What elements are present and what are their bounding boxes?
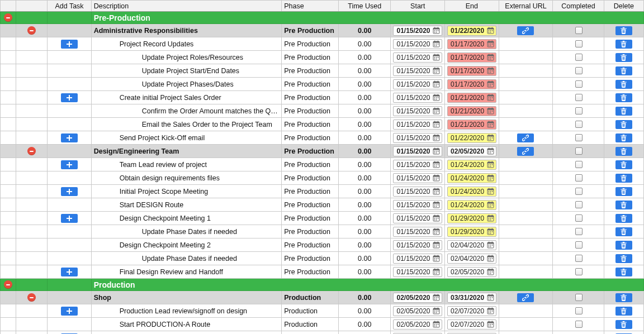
date-input[interactable]: 01/15/2020 xyxy=(393,133,442,143)
add-task-button[interactable] xyxy=(61,93,78,102)
completed-checkbox[interactable] xyxy=(575,214,583,222)
collapse-button[interactable] xyxy=(27,293,36,302)
date-input[interactable]: 02/07/2020 xyxy=(447,319,496,330)
date-input[interactable]: 02/05/2020 xyxy=(393,293,442,303)
completed-checkbox[interactable] xyxy=(575,255,583,262)
add-task-button[interactable] xyxy=(61,133,78,142)
delete-button[interactable] xyxy=(615,201,632,209)
date-input[interactable]: 01/24/2020 xyxy=(447,200,496,210)
delete-button[interactable] xyxy=(615,66,632,75)
collapse-button[interactable] xyxy=(27,26,36,35)
date-input[interactable]: 01/15/2020 xyxy=(393,146,442,156)
delete-button[interactable] xyxy=(615,254,632,263)
delete-button[interactable] xyxy=(615,147,632,156)
delete-button[interactable] xyxy=(615,120,632,129)
date-input[interactable]: 01/15/2020 xyxy=(393,120,442,130)
date-input[interactable]: 01/15/2020 xyxy=(393,213,442,223)
col-start[interactable]: Start xyxy=(391,1,445,12)
date-input[interactable]: 02/07/2020 xyxy=(447,306,496,316)
completed-checkbox[interactable] xyxy=(575,174,583,182)
add-task-button[interactable] xyxy=(61,268,78,276)
date-input[interactable]: 01/15/2020 xyxy=(393,173,442,183)
delete-button[interactable] xyxy=(615,214,632,223)
date-input[interactable]: 02/05/2020 xyxy=(447,267,496,277)
add-task-button[interactable] xyxy=(61,214,78,223)
date-input[interactable]: 01/15/2020 xyxy=(393,66,442,76)
col-end[interactable]: End xyxy=(445,1,499,12)
date-input[interactable]: 02/05/2020 xyxy=(393,319,442,330)
date-input[interactable]: 01/29/2020 xyxy=(447,213,496,223)
completed-checkbox[interactable] xyxy=(575,294,583,301)
date-input[interactable]: 02/05/2020 xyxy=(447,146,496,156)
delete-button[interactable] xyxy=(615,187,632,196)
completed-checkbox[interactable] xyxy=(575,161,583,168)
completed-checkbox[interactable] xyxy=(575,94,583,101)
date-input[interactable]: 01/15/2020 xyxy=(393,26,442,36)
date-input[interactable]: 01/24/2020 xyxy=(447,160,496,170)
delete-button[interactable] xyxy=(615,307,632,316)
date-input[interactable]: 01/17/2020 xyxy=(447,66,496,76)
date-input[interactable]: 01/15/2020 xyxy=(393,187,442,197)
external-url-button[interactable] xyxy=(517,147,534,156)
col-completed[interactable]: Completed xyxy=(553,1,604,12)
date-input[interactable]: 01/24/2020 xyxy=(447,187,496,197)
completed-checkbox[interactable] xyxy=(575,134,583,141)
add-task-button[interactable] xyxy=(61,187,78,196)
delete-button[interactable] xyxy=(615,107,632,116)
delete-button[interactable] xyxy=(615,133,632,142)
date-input[interactable]: 01/21/2020 xyxy=(447,93,496,103)
completed-checkbox[interactable] xyxy=(575,307,583,314)
date-input[interactable]: 01/17/2020 xyxy=(447,39,496,49)
delete-button[interactable] xyxy=(615,293,632,302)
external-url-button[interactable] xyxy=(517,133,534,142)
add-task-button[interactable] xyxy=(61,160,78,169)
date-input[interactable]: 01/21/2020 xyxy=(447,106,496,116)
date-input[interactable]: 02/05/2020 xyxy=(393,306,442,316)
date-input[interactable]: 01/15/2020 xyxy=(393,53,442,63)
date-input[interactable]: 01/22/2020 xyxy=(447,26,496,36)
collapse-button[interactable] xyxy=(4,13,12,22)
delete-button[interactable] xyxy=(615,320,632,329)
delete-button[interactable] xyxy=(615,160,632,169)
date-input[interactable]: 01/17/2020 xyxy=(447,79,496,89)
date-input[interactable]: 01/15/2020 xyxy=(393,106,442,116)
date-input[interactable]: 01/15/2020 xyxy=(393,240,442,250)
add-task-button[interactable] xyxy=(61,40,78,49)
col-phase[interactable]: Phase xyxy=(282,1,339,12)
delete-button[interactable] xyxy=(615,241,632,250)
completed-checkbox[interactable] xyxy=(575,67,583,74)
date-input[interactable]: 01/21/2020 xyxy=(447,120,496,130)
delete-button[interactable] xyxy=(615,174,632,183)
add-task-button[interactable] xyxy=(61,307,78,316)
delete-button[interactable] xyxy=(615,93,632,102)
external-url-button[interactable] xyxy=(517,26,534,35)
col-delete[interactable]: Delete xyxy=(604,1,643,12)
completed-checkbox[interactable] xyxy=(575,40,583,47)
completed-checkbox[interactable] xyxy=(575,188,583,195)
completed-checkbox[interactable] xyxy=(575,268,583,275)
date-input[interactable]: 02/04/2020 xyxy=(447,240,496,250)
completed-checkbox[interactable] xyxy=(575,107,583,114)
date-input[interactable]: 03/31/2020 xyxy=(447,293,496,303)
delete-button[interactable] xyxy=(615,53,632,62)
date-input[interactable]: 01/15/2020 xyxy=(393,39,442,49)
date-input[interactable]: 01/29/2020 xyxy=(447,227,496,237)
date-input[interactable]: 01/17/2020 xyxy=(447,53,496,63)
delete-button[interactable] xyxy=(615,268,632,276)
col-add-task[interactable]: Add Task xyxy=(48,1,91,12)
date-input[interactable]: 01/22/2020 xyxy=(447,133,496,143)
date-input[interactable]: 01/15/2020 xyxy=(393,267,442,277)
delete-button[interactable] xyxy=(615,80,632,89)
col-external-url[interactable]: External URL xyxy=(499,1,553,12)
delete-button[interactable] xyxy=(615,26,632,35)
date-input[interactable]: 01/15/2020 xyxy=(393,93,442,103)
date-input[interactable]: 02/04/2020 xyxy=(447,254,496,264)
completed-checkbox[interactable] xyxy=(575,201,583,208)
date-input[interactable]: 01/15/2020 xyxy=(393,160,442,170)
date-input[interactable]: 01/24/2020 xyxy=(447,173,496,183)
date-input[interactable]: 01/15/2020 xyxy=(393,227,442,237)
date-input[interactable]: 01/15/2020 xyxy=(393,79,442,89)
collapse-button[interactable] xyxy=(4,280,12,289)
col-time-used[interactable]: Time Used xyxy=(338,1,391,12)
completed-checkbox[interactable] xyxy=(575,121,583,128)
